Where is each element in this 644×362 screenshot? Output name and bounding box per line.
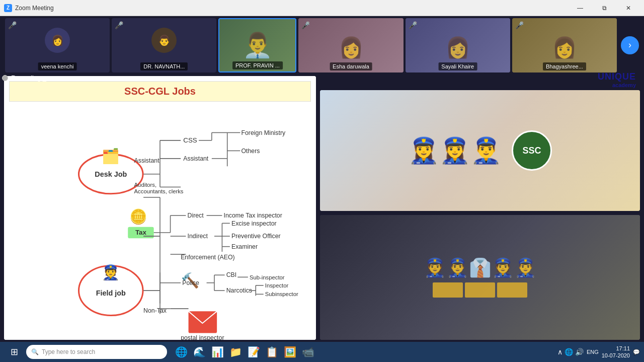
start-button[interactable]: ⊞ bbox=[4, 344, 24, 360]
taskbar-files[interactable]: 📁 bbox=[227, 344, 244, 360]
name-navnath: DR. NAVNATH... bbox=[140, 62, 188, 70]
participant-bhagy[interactable]: 👩 🎤 Bhagyashree... bbox=[512, 18, 617, 73]
taskbar-zoom[interactable]: 📹 bbox=[300, 344, 316, 360]
ssc-photo: 👮‍♀️👮‍♀️👮‍♂️ SSC bbox=[320, 90, 640, 211]
participant-veena[interactable]: 👩 🎤 veena kenchi bbox=[5, 18, 110, 73]
recording-indicator: Recording _ bbox=[2, 74, 46, 82]
titlebar-left: Z Zoom Meeting bbox=[4, 4, 54, 12]
name-veena: veena kenchi bbox=[38, 62, 77, 70]
svg-text:Examiner: Examiner bbox=[231, 243, 258, 250]
svg-text:Assistant: Assistant bbox=[134, 157, 160, 164]
name-sayali: Sayali Khaire bbox=[438, 62, 477, 70]
presentation-area: SSC-CGL Jobs 🗂️ Desk Job 👮 Field job CSS bbox=[4, 76, 316, 340]
search-placeholder: Type here to search bbox=[42, 348, 95, 355]
right-panel: UNIQUE academy 👮‍♀️👮‍♀️👮‍♂️ SSC 👮👮‍♂️👔👮👮… bbox=[320, 76, 640, 340]
participant-sayali[interactable]: 👩 🎤 Sayali Khaire bbox=[406, 18, 510, 73]
avatar-veena: 👩 bbox=[45, 28, 70, 53]
taskbar-time-value: 17:11 bbox=[602, 345, 630, 352]
name-esha: Esha daruwala bbox=[330, 62, 372, 70]
taskbar-right: ∧ 🌐 🔊 ENG 17:11 10-07-2020 💬 bbox=[557, 345, 640, 359]
svg-text:Others: Others bbox=[241, 148, 260, 155]
chevron-up-icon[interactable]: ∧ bbox=[557, 348, 562, 356]
restore-button[interactable]: ⧉ bbox=[593, 0, 616, 16]
svg-text:Narcotics: Narcotics bbox=[226, 287, 252, 294]
svg-text:Inspector: Inspector bbox=[265, 282, 289, 288]
svg-text:Non-Tax: Non-Tax bbox=[143, 307, 167, 314]
logo-line1: UNIQUE bbox=[598, 72, 636, 82]
svg-text:postal inspector: postal inspector bbox=[181, 334, 224, 340]
window-title: Zoom Meeting bbox=[15, 5, 54, 12]
taskbar-date-value: 10-07-2020 bbox=[602, 352, 630, 359]
svg-text:Subinspector: Subinspector bbox=[265, 291, 298, 297]
next-participant-button[interactable]: › bbox=[621, 36, 639, 54]
taskbar-search[interactable]: 🔍 Type here to search bbox=[26, 345, 167, 359]
participant-esha[interactable]: 👩 🎤 Esha daruwala bbox=[298, 18, 403, 73]
svg-text:Income Tax inspector: Income Tax inspector bbox=[224, 212, 282, 219]
title-bar: Z Zoom Meeting — ⧉ ✕ bbox=[0, 0, 644, 16]
volume-icon[interactable]: 🔊 bbox=[575, 348, 584, 356]
mic-muted-icon-esha: 🎤 bbox=[301, 21, 310, 29]
participant-navnath[interactable]: 👨 🎤 DR. NAVNATH... bbox=[112, 18, 216, 73]
svg-text:Excise inspector: Excise inspector bbox=[231, 220, 277, 227]
taskbar-chrome[interactable]: 🌐 bbox=[173, 344, 189, 360]
svg-text:Accountants, clerks: Accountants, clerks bbox=[134, 188, 184, 194]
taskbar-powerpoint[interactable]: 📋 bbox=[264, 344, 280, 360]
recording-dot bbox=[2, 75, 8, 81]
search-icon: 🔍 bbox=[31, 348, 39, 355]
taskbar-clock: 17:11 10-07-2020 bbox=[602, 345, 630, 359]
svg-text:Field job: Field job bbox=[96, 289, 126, 297]
taskbar-edge[interactable]: 🌊 bbox=[191, 344, 207, 360]
minimize-button[interactable]: — bbox=[569, 0, 592, 16]
ssc-emblem: SSC bbox=[512, 130, 552, 171]
taskbar-photos[interactable]: 🖼️ bbox=[282, 344, 298, 360]
svg-text:👮: 👮 bbox=[102, 264, 120, 281]
avatar-navnath: 👨 bbox=[151, 28, 177, 53]
svg-text:CSS: CSS bbox=[183, 136, 197, 144]
logo-line2: academy bbox=[598, 82, 636, 88]
mic-muted-icon-navnath: 🎤 bbox=[115, 21, 123, 29]
svg-text:Police: Police bbox=[182, 279, 199, 286]
svg-text:CBI: CBI bbox=[226, 271, 237, 278]
taskbar-apps: 🌐 🌊 📊 📁 📝 📋 🖼️ 📹 bbox=[173, 344, 316, 360]
slide: SSC-CGL Jobs 🗂️ Desk Job 👮 Field job CSS bbox=[4, 76, 316, 340]
network-icon: 🌐 bbox=[565, 348, 573, 356]
system-tray-icons: ∧ 🌐 🔊 bbox=[557, 348, 584, 356]
mic-muted-icon-bhagy: 🎤 bbox=[515, 21, 524, 29]
svg-text:Auditors,: Auditors, bbox=[134, 182, 157, 188]
taskbar-word[interactable]: 📝 bbox=[246, 344, 262, 360]
enforcement-photo: 👮👮‍♂️👔👮👮‍♂️ Enforcement Directorate Raid… bbox=[320, 215, 640, 340]
svg-text:Preventive Officer: Preventive Officer bbox=[231, 233, 281, 240]
svg-text:Desk Job: Desk Job bbox=[95, 170, 127, 178]
slide-title: SSC-CGL Jobs bbox=[9, 81, 311, 102]
svg-text:Enforcement (AEO): Enforcement (AEO) bbox=[181, 254, 235, 261]
slide-diagram: 🗂️ Desk Job 👮 Field job CSS Assistant bbox=[9, 107, 311, 340]
main-content: SSC-CGL Jobs 🗂️ Desk Job 👮 Field job CSS bbox=[0, 74, 644, 342]
taskbar: ⊞ 🔍 Type here to search 🌐 🌊 📊 📁 📝 📋 🖼️ 📹… bbox=[0, 342, 644, 362]
unique-academy-logo: UNIQUE academy bbox=[598, 72, 636, 88]
svg-text:Sub-inspector: Sub-inspector bbox=[250, 274, 285, 280]
name-pravin: PROF. PRAVIN ... bbox=[232, 61, 283, 69]
taskbar-excel[interactable]: 📊 bbox=[209, 344, 225, 360]
language-indicator: ENG bbox=[587, 349, 599, 355]
participant-bar: 👩 🎤 veena kenchi 👨 🎤 DR. NAVNATH... 👨‍💼 … bbox=[0, 16, 644, 74]
mic-muted-icon-sayali: 🎤 bbox=[409, 21, 417, 29]
svg-text:Tax: Tax bbox=[135, 229, 147, 236]
participant-pravin[interactable]: 👨‍💼 PROF. PRAVIN ... bbox=[218, 18, 296, 73]
svg-text:Assistant: Assistant bbox=[183, 155, 209, 162]
name-bhagy: Bhagyashree... bbox=[543, 62, 586, 70]
mic-muted-icon-veena: 🎤 bbox=[8, 21, 17, 29]
close-button[interactable]: ✕ bbox=[617, 0, 640, 16]
svg-text:Foreign Ministry: Foreign Ministry bbox=[241, 129, 286, 136]
window-controls[interactable]: — ⧉ ✕ bbox=[569, 0, 640, 16]
recording-label: Recording _ bbox=[11, 74, 46, 82]
zoom-icon: Z bbox=[4, 4, 12, 12]
svg-text:🪙: 🪙 bbox=[129, 208, 147, 226]
svg-text:🗂️: 🗂️ bbox=[102, 148, 120, 165]
notification-icon[interactable]: 💬 bbox=[633, 349, 640, 355]
svg-text:Direct: Direct bbox=[188, 212, 204, 219]
svg-text:Indirect: Indirect bbox=[188, 233, 208, 240]
